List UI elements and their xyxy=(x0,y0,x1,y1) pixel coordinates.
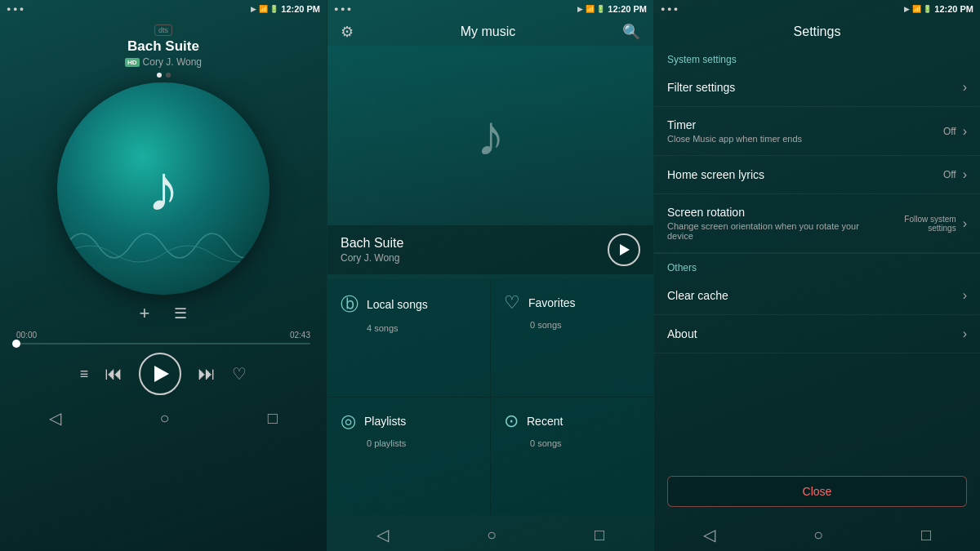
playlists-item[interactable]: ◎ Playlists 0 playlists xyxy=(327,398,490,515)
timer-item[interactable]: Timer Close Music app when timer ends Of… xyxy=(654,107,980,156)
about-item[interactable]: About › xyxy=(654,315,980,353)
bottom-nav-3: ◁ ○ □ xyxy=(654,518,980,551)
queue-icon[interactable]: ☰ xyxy=(174,304,187,322)
recent-icon: ⊙ xyxy=(504,411,519,432)
progress-times: 00:00 02:43 xyxy=(16,331,310,340)
home-button-2[interactable]: ○ xyxy=(487,526,497,544)
timer-title: Timer xyxy=(667,118,943,131)
filter-settings-right: › xyxy=(963,80,967,95)
playlists-row: ◎ Playlists xyxy=(341,411,406,432)
home-screen-lyrics-item[interactable]: Home screen lyrics Off › xyxy=(654,156,980,194)
status-bar-1: ● ● ● ▶ 📶 🔋 12:20 PM xyxy=(0,0,327,18)
song-info: Bach Suite Cory J. Wong xyxy=(341,236,608,264)
local-songs-icon: ⓑ xyxy=(341,292,359,317)
recents-button-1[interactable]: □ xyxy=(268,409,278,428)
album-art-container: ♪ xyxy=(0,82,327,295)
filter-settings-left: Filter settings xyxy=(667,81,963,94)
favorite-button[interactable]: ♡ xyxy=(232,364,247,384)
now-playing-header: dts Bach Suite HD Cory J. Wong xyxy=(0,18,327,69)
status-time-2: 12:20 PM xyxy=(608,4,647,14)
skip-previous-button[interactable]: ⏮ xyxy=(105,363,122,384)
settings-gear-icon[interactable]: ⚙ xyxy=(341,23,354,41)
progress-bar[interactable] xyxy=(16,343,310,344)
strip-song-title: Bach Suite xyxy=(341,236,608,251)
play-pause-button[interactable] xyxy=(139,353,181,395)
about-right: › xyxy=(963,327,967,341)
timer-chevron: › xyxy=(963,124,967,139)
close-button[interactable]: Close xyxy=(667,476,967,507)
screen-rotation-item[interactable]: Screen rotation Change screen orientatio… xyxy=(654,194,980,253)
home-screen-lyrics-value: Off xyxy=(943,169,956,180)
track-artist: Cory J. Wong xyxy=(143,56,202,68)
filter-settings-item[interactable]: Filter settings › xyxy=(654,69,980,107)
local-songs-count: 4 songs xyxy=(367,323,399,333)
add-to-playlist-icon[interactable]: + xyxy=(140,303,150,324)
others-label: Others xyxy=(654,253,980,277)
screen-rotation-chevron: › xyxy=(963,216,967,231)
favorites-label: Favorites xyxy=(528,296,576,309)
screen-rotation-title: Screen rotation xyxy=(667,206,885,219)
album-art-area: ♪ xyxy=(327,46,653,225)
screen-rotation-value: Follow system settings xyxy=(885,215,956,233)
clear-cache-chevron: › xyxy=(963,288,967,303)
favorites-item[interactable]: ♡ Favorites 0 songs xyxy=(491,279,653,397)
time-current: 00:00 xyxy=(16,331,37,340)
favorites-row: ♡ Favorites xyxy=(504,292,576,313)
settings-list: System settings Filter settings › Timer … xyxy=(654,46,980,468)
recents-button-2[interactable]: □ xyxy=(595,526,604,544)
playlists-count: 0 playlists xyxy=(367,438,406,448)
hd-badge: HD xyxy=(125,58,140,67)
clear-cache-item[interactable]: Clear cache › xyxy=(654,277,980,315)
progress-thumb[interactable] xyxy=(12,340,20,348)
main-controls: ≡ ⏮ ⏭ ♡ xyxy=(0,346,327,398)
skip-next-button[interactable]: ⏭ xyxy=(198,363,216,384)
back-button-3[interactable]: ◁ xyxy=(703,525,715,544)
status-icons-1: ● ● ● xyxy=(7,5,24,13)
clear-cache-left: Clear cache xyxy=(667,289,963,302)
equalizer-icon[interactable]: ≡ xyxy=(80,366,89,383)
strip-play-button[interactable] xyxy=(608,233,640,266)
strip-play-icon xyxy=(620,244,630,256)
about-left: About xyxy=(667,327,963,340)
status-bar-2: ● ● ● ▶ 📶 🔋 12:20 PM xyxy=(327,0,653,18)
timer-value: Off xyxy=(943,126,956,137)
local-songs-item[interactable]: ⓑ Local songs 4 songs xyxy=(327,279,490,397)
music-grid: ⓑ Local songs 4 songs ♡ Favorites 0 song… xyxy=(327,279,653,515)
now-playing-strip[interactable]: Bach Suite Cory J. Wong xyxy=(327,225,653,274)
screen-rotation-left: Screen rotation Change screen orientatio… xyxy=(667,206,885,241)
playlists-icon: ◎ xyxy=(341,411,356,432)
dts-badge: dts xyxy=(154,24,172,36)
home-button-1[interactable]: ○ xyxy=(159,409,169,428)
home-button-3[interactable]: ○ xyxy=(813,526,823,544)
play-icon xyxy=(154,366,169,382)
timer-right: Off › xyxy=(943,124,967,139)
my-music-panel: ● ● ● ▶ 📶 🔋 12:20 PM ⚙ My music 🔍 ♪ Bach… xyxy=(327,0,653,551)
about-title: About xyxy=(667,327,963,340)
album-circle: ♪ xyxy=(57,82,270,295)
recent-item[interactable]: ⊙ Recent 0 songs xyxy=(491,398,653,515)
artist-row: HD Cory J. Wong xyxy=(0,56,327,68)
bottom-nav-2: ◁ ○ □ xyxy=(327,518,653,551)
page-dots xyxy=(0,73,327,78)
dot-1 xyxy=(157,73,162,78)
my-music-header: ⚙ My music 🔍 xyxy=(327,18,653,46)
search-icon[interactable]: 🔍 xyxy=(622,23,640,41)
status-right-3: ▶ 📶 🔋 12:20 PM xyxy=(904,4,973,14)
screen-rotation-right: Follow system settings › xyxy=(885,215,967,233)
status-right-2: ▶ 📶 🔋 12:20 PM xyxy=(577,4,647,14)
strip-song-artist: Cory J. Wong xyxy=(341,252,608,264)
status-time-3: 12:20 PM xyxy=(934,4,973,14)
now-playing-panel: ● ● ● ▶ 📶 🔋 12:20 PM dts Bach Suite HD C… xyxy=(0,0,327,551)
back-button-1[interactable]: ◁ xyxy=(49,408,61,428)
settings-title: Settings xyxy=(794,24,841,38)
local-songs-label: Local songs xyxy=(367,298,428,311)
home-screen-lyrics-left: Home screen lyrics xyxy=(667,168,943,181)
placeholder-music-note: ♪ xyxy=(476,103,505,168)
bottom-nav-1: ◁ ○ □ xyxy=(0,402,327,434)
back-button-2[interactable]: ◁ xyxy=(376,525,389,544)
home-screen-lyrics-title: Home screen lyrics xyxy=(667,168,943,181)
recents-button-3[interactable]: □ xyxy=(921,526,931,544)
extra-controls[interactable]: + ☰ xyxy=(0,300,327,327)
filter-settings-title: Filter settings xyxy=(667,81,963,94)
progress-container: 00:00 02:43 xyxy=(0,327,327,346)
